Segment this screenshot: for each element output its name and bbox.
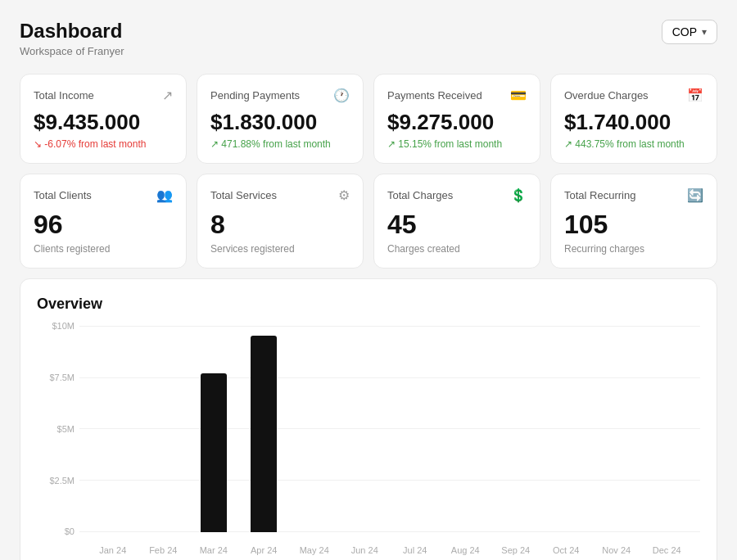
x-label: Apr 24 [239,545,290,555]
x-label: Jan 24 [88,545,138,555]
bars-container [79,326,700,532]
financial-cards-row: Total Income ↗ $9.435.000 ↘ -6.07% from … [20,74,717,164]
card-sub: Clients registered [34,243,173,255]
x-label: Oct 24 [541,545,592,555]
card-icon: 🔄 [687,187,703,203]
count-cards-row: Total Clients 👥 96 Clients registered To… [20,174,717,269]
card-total-charges: Total Charges 💲 45 Charges created [373,174,540,269]
card-total-clients: Total Clients 👥 96 Clients registered [20,174,187,269]
y-label: $7.5M [37,373,75,382]
card-change: ↗ 471.88% from last month [210,138,350,150]
card-sub: Services registered [210,243,350,255]
card-payments-received: Payments Received 💳 $9.275.000 ↗ 15.15% … [373,74,540,164]
card-change: ↘ -6.07% from last month [34,138,173,150]
card-icon: ↗ [162,88,173,103]
card-title: Total Services [210,189,277,201]
card-overdue-charges: Overdue Charges 📅 $1.740.000 ↗ 443.75% f… [550,74,717,164]
x-label: Aug 24 [441,545,491,555]
card-icon: 🕐 [333,88,350,103]
chevron-down-icon: ▾ [702,26,707,38]
card-pending-payments: Pending Payments 🕐 $1.830.000 ↗ 471.88% … [197,74,364,164]
x-label: Nov 24 [591,545,642,555]
y-label: $0 [37,526,75,536]
card-value: $1.740.000 [564,110,703,135]
card-title: Total Clients [34,189,92,201]
card-title: Total Income [34,89,94,102]
page-title: Dashboard [20,20,124,43]
card-title: Overdue Charges [564,89,649,102]
card-icon: ⚙ [338,187,350,203]
card-icon: 💳 [510,88,527,103]
bar-col [239,336,290,531]
card-title: Total Recurring [564,189,635,201]
x-label: Dec 24 [642,545,693,555]
x-label: Feb 24 [138,545,189,555]
card-value: $9.275.000 [387,110,527,135]
card-sub: Charges created [387,243,527,255]
card-title: Pending Payments [210,89,300,102]
card-change: ↗ 443.75% from last month [564,138,703,150]
header-text: Dashboard Workspace of Franyer [20,20,124,57]
chart-bar [251,336,277,531]
page-header: Dashboard Workspace of Franyer COP ▾ [20,20,717,57]
x-label: May 24 [289,545,340,555]
card-sub: Recurring charges [564,243,703,255]
overview-card: Overview $10M $7.5M $5M $2.5M $0 Jan 24F… [20,278,717,560]
x-label: Mar 24 [188,545,239,555]
card-total-income: Total Income ↗ $9.435.000 ↘ -6.07% from … [20,74,187,164]
y-label: $10M [37,321,75,331]
card-value: $1.830.000 [210,110,350,135]
x-label: Jun 24 [340,545,391,555]
card-icon: 📅 [687,88,703,103]
chart-area: $10M $7.5M $5M $2.5M $0 Jan 24Feb 24Mar … [37,326,700,555]
currency-selector[interactable]: COP ▾ [662,20,717,44]
x-label: Jul 24 [390,545,441,555]
card-icon: 💲 [510,187,527,203]
x-labels: Jan 24Feb 24Mar 24Apr 24May 24Jun 24Jul … [79,545,700,555]
chart-bar [201,373,227,532]
card-value: 96 [34,210,173,240]
card-total-services: Total Services ⚙ 8 Services registered [197,174,364,269]
x-label: Sep 24 [491,545,541,555]
currency-label: COP [672,25,697,38]
y-label: $5M [37,424,75,434]
card-title: Total Charges [387,189,453,201]
card-value: 45 [387,210,527,240]
y-label: $2.5M [37,476,75,485]
card-change: ↗ 15.15% from last month [387,138,527,150]
card-icon: 👥 [156,187,173,203]
card-value: 8 [210,210,350,240]
card-title: Payments Received [387,89,482,102]
workspace-subtitle: Workspace of Franyer [20,45,124,57]
card-total-recurring: Total Recurring 🔄 105 Recurring charges [550,174,717,269]
overview-title: Overview [37,296,700,313]
card-value: $9.435.000 [34,110,173,135]
bar-col [188,373,239,532]
card-value: 105 [564,210,703,240]
